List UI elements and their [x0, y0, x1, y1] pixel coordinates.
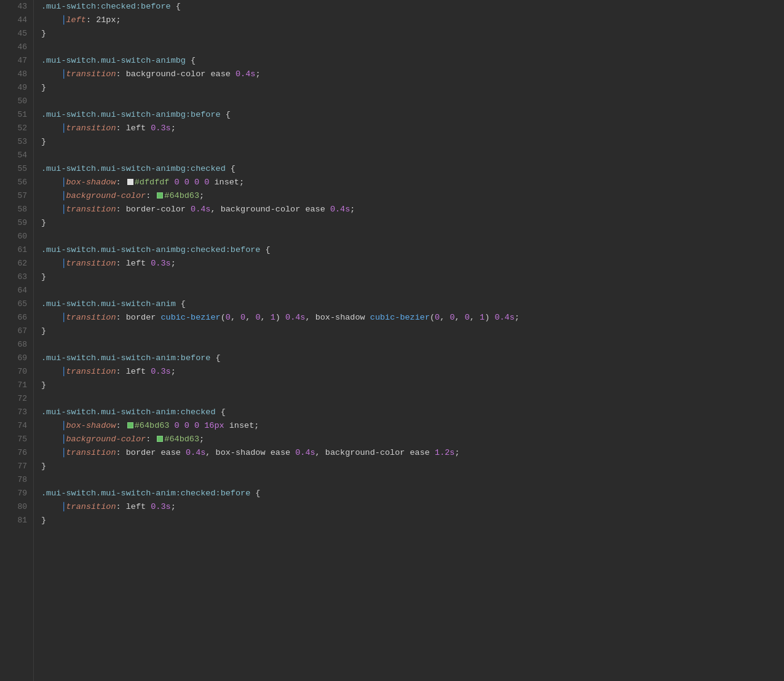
code-line: │left: 21px;: [41, 14, 784, 27]
code-line: │transition: left 0.3s;: [41, 500, 784, 514]
code-line: [41, 338, 784, 352]
code-line: │transition: background-color ease 0.4s;: [41, 68, 784, 81]
line-number: 80: [0, 500, 33, 514]
line-number: 69: [0, 352, 33, 365]
line-number: 70: [0, 365, 33, 379]
code-line: [41, 149, 784, 162]
line-number: 60: [0, 230, 33, 243]
code-line: .mui-switch.mui-switch-anim {: [41, 297, 784, 311]
code-line: }: [41, 460, 784, 473]
code-line: │transition: left 0.3s;: [41, 365, 784, 379]
line-number: 71: [0, 379, 33, 392]
code-line: .mui-switch.mui-switch-anim:checked {: [41, 406, 784, 419]
code-line: }: [41, 27, 784, 41]
line-number: 65: [0, 297, 33, 311]
line-number: 44: [0, 14, 33, 27]
line-number: 78: [0, 473, 33, 487]
code-line: │transition: border cubic-bezier(0, 0, 0…: [41, 311, 784, 325]
code-line: │box-shadow: #64bd63 0 0 0 16px inset;: [41, 419, 784, 433]
code-line: │transition: left 0.3s;: [41, 257, 784, 270]
line-number: 61: [0, 243, 33, 257]
code-line: }: [41, 81, 784, 95]
code-line: [41, 41, 784, 54]
line-number: 72: [0, 392, 33, 406]
code-line: │background-color: #64bd63;: [41, 189, 784, 203]
line-number: 57: [0, 189, 33, 203]
line-number: 46: [0, 41, 33, 54]
code-line: │transition: border-color 0.4s, backgrou…: [41, 203, 784, 216]
line-number: 50: [0, 95, 33, 108]
line-number: 56: [0, 176, 33, 189]
line-number: 66: [0, 311, 33, 325]
line-number: 64: [0, 284, 33, 297]
code-line: [41, 284, 784, 297]
line-number: 47: [0, 54, 33, 68]
code-line: }: [41, 216, 784, 230]
code-editor: 4344454647484950515253545556575859606162…: [0, 0, 784, 681]
code-line: │background-color: #64bd63;: [41, 433, 784, 446]
line-number: 79: [0, 487, 33, 500]
code-content[interactable]: .mui-switch:checked:before { │left: 21px…: [34, 0, 784, 681]
line-number: 48: [0, 68, 33, 81]
line-number: 81: [0, 514, 33, 527]
line-number: 53: [0, 135, 33, 149]
line-number: 75: [0, 433, 33, 446]
code-line: │transition: border ease 0.4s, box-shado…: [41, 446, 784, 460]
line-number: 74: [0, 419, 33, 433]
line-number: 55: [0, 162, 33, 176]
line-number: 45: [0, 27, 33, 41]
code-line: .mui-switch.mui-switch-animbg:checked {: [41, 162, 784, 176]
code-line: │transition: left 0.3s;: [41, 122, 784, 135]
line-number: 59: [0, 216, 33, 230]
code-line: }: [41, 514, 784, 527]
code-line: [41, 473, 784, 487]
code-line: }: [41, 135, 784, 149]
code-line: .mui-switch.mui-switch-anim:before {: [41, 352, 784, 365]
code-line: .mui-switch.mui-switch-anim:checked:befo…: [41, 487, 784, 500]
code-line: .mui-switch:checked:before {: [41, 0, 784, 14]
code-line: }: [41, 270, 784, 284]
line-numbers: 4344454647484950515253545556575859606162…: [0, 0, 34, 681]
code-line: .mui-switch.mui-switch-animbg:before {: [41, 108, 784, 122]
line-number: 43: [0, 0, 33, 14]
line-number: 73: [0, 406, 33, 419]
code-line: }: [41, 379, 784, 392]
line-number: 58: [0, 203, 33, 216]
line-number: 52: [0, 122, 33, 135]
code-line: .mui-switch.mui-switch-animbg:checked:be…: [41, 243, 784, 257]
code-line: [41, 95, 784, 108]
line-number: 68: [0, 338, 33, 352]
code-line: }: [41, 325, 784, 338]
line-number: 49: [0, 81, 33, 95]
line-number: 63: [0, 270, 33, 284]
line-number: 67: [0, 325, 33, 338]
line-number: 76: [0, 446, 33, 460]
line-number: 51: [0, 108, 33, 122]
line-number: 54: [0, 149, 33, 162]
code-line: [41, 392, 784, 406]
code-line: [41, 230, 784, 243]
code-line: .mui-switch.mui-switch-animbg {: [41, 54, 784, 68]
code-line: │box-shadow: #dfdfdf 0 0 0 0 inset;: [41, 176, 784, 189]
line-number: 62: [0, 257, 33, 270]
line-number: 77: [0, 460, 33, 473]
